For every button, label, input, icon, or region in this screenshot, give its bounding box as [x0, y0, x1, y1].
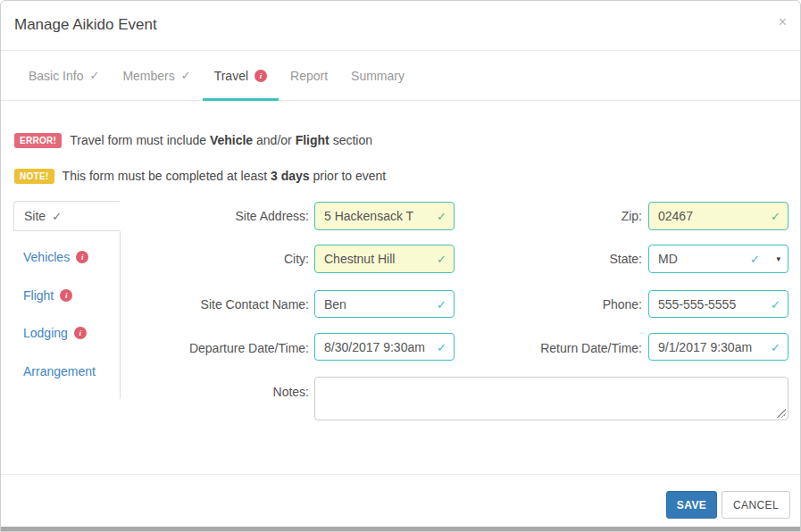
state-field-wrap: MD ✓ ▾: [648, 245, 788, 273]
resize-handle-icon[interactable]: [777, 409, 786, 418]
site-address-field-wrap: ✓: [314, 202, 455, 230]
phone-field-wrap: ✓: [648, 290, 788, 318]
sidebar-item-lodging[interactable]: Lodging i: [23, 326, 87, 340]
save-button[interactable]: SAVE: [666, 491, 717, 519]
contact-name-input[interactable]: [314, 290, 455, 318]
tab-travel[interactable]: Travel i: [203, 51, 279, 100]
city-input[interactable]: [314, 245, 455, 273]
notes-label: Notes:: [130, 385, 309, 399]
sidebar-item-label: Vehicles: [23, 250, 70, 264]
error-info-icon: i: [60, 289, 72, 302]
sidebar-item-label: Site: [24, 209, 46, 223]
phone-label: Phone:: [463, 297, 642, 312]
site-address-input[interactable]: [314, 202, 455, 230]
notes-field-wrap: [314, 377, 788, 420]
tab-label: Basic Info: [29, 69, 83, 83]
modal-title: Manage Aikido Event: [14, 16, 157, 34]
check-icon: ✓: [181, 69, 191, 82]
contact-name-label: Site Contact Name:: [130, 297, 309, 312]
tab-label: Report: [290, 69, 328, 83]
state-label: State:: [463, 252, 642, 266]
sidebar-item-flight[interactable]: Flight i: [23, 288, 72, 303]
state-selected-value: MD: [658, 252, 678, 266]
modal-bottom-edge: [1, 527, 800, 531]
tab-label: Travel: [214, 69, 248, 83]
manage-event-modal: Manage Aikido Event × Basic Info ✓ Membe…: [0, 0, 801, 532]
contact-name-field-wrap: ✓: [314, 290, 455, 318]
zip-field-wrap: ✓: [648, 202, 788, 230]
sidebar-item-arrangement[interactable]: Arrangement: [23, 364, 96, 378]
zip-label: Zip:: [463, 209, 642, 223]
error-badge: ERROR!: [14, 133, 62, 148]
departure-datetime-input[interactable]: [314, 333, 455, 361]
tab-label: Summary: [351, 69, 405, 83]
sidebar-item-site[interactable]: Site ✓: [13, 201, 120, 231]
return-datetime-input[interactable]: [648, 333, 788, 361]
sidebar-item-label: Flight: [23, 288, 54, 303]
tab-label: Members: [122, 69, 174, 83]
notes-textarea[interactable]: [314, 377, 788, 420]
city-field-wrap: ✓: [314, 245, 455, 273]
check-icon: ✓: [52, 210, 62, 223]
error-message: Travel form must include Vehicle and/or …: [70, 133, 372, 147]
phone-input[interactable]: [648, 290, 788, 318]
tab-bar: Basic Info ✓ Members ✓ Travel i Report S…: [1, 51, 800, 101]
return-label: Return Date/Time:: [463, 341, 642, 355]
city-label: City:: [130, 252, 309, 266]
tab-members[interactable]: Members ✓: [111, 51, 202, 100]
site-address-label: Site Address:: [130, 209, 309, 223]
check-icon: ✓: [89, 69, 99, 82]
tab-summary[interactable]: Summary: [339, 51, 416, 100]
error-info-icon: i: [74, 327, 87, 339]
sidebar-item-label: Arrangement: [23, 364, 96, 378]
sidebar-divider: [120, 231, 121, 399]
departure-label: Departure Date/Time:: [130, 341, 309, 355]
error-info-icon: i: [76, 251, 88, 263]
tab-report[interactable]: Report: [279, 51, 339, 100]
sidebar-item-vehicles[interactable]: Vehicles i: [23, 250, 88, 264]
departure-field-wrap: ✓: [314, 333, 455, 361]
return-field-wrap: ✓: [648, 333, 788, 361]
sidebar-item-label: Lodging: [23, 326, 68, 340]
state-select[interactable]: MD: [648, 245, 788, 273]
note-badge: NOTE!: [14, 169, 54, 184]
error-banner: ERROR! Travel form must include Vehicle …: [14, 129, 372, 151]
cancel-button[interactable]: CANCEL: [722, 491, 790, 519]
zip-input[interactable]: [648, 202, 788, 230]
note-banner: NOTE! This form must be completed at lea…: [14, 165, 386, 187]
error-info-icon: i: [254, 70, 267, 82]
tab-basic-info[interactable]: Basic Info ✓: [17, 51, 111, 100]
footer-divider: [1, 474, 800, 475]
note-message: This form must be completed at least 3 d…: [63, 169, 387, 183]
close-icon[interactable]: ×: [779, 15, 787, 29]
